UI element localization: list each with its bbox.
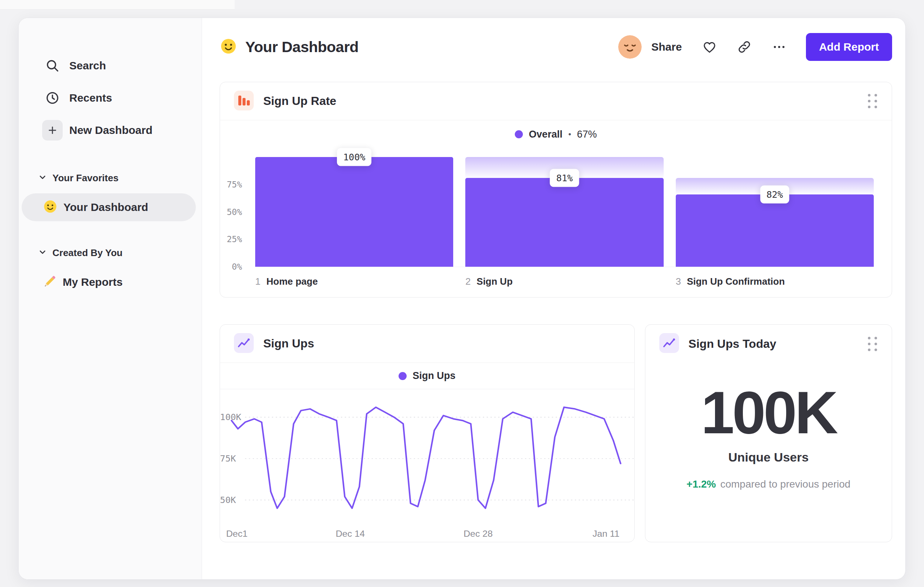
copy-link-icon[interactable] bbox=[737, 40, 752, 54]
step-index: 3 bbox=[676, 276, 681, 287]
funnel-value-chip: 100% bbox=[337, 148, 371, 166]
section-title: Your Favorites bbox=[53, 172, 119, 184]
sidebar-item-your-dashboard[interactable]: Your Dashboard bbox=[21, 193, 196, 221]
step-name: Home page bbox=[266, 276, 318, 287]
plus-icon bbox=[42, 120, 63, 141]
pencil-emoji-icon bbox=[43, 274, 57, 290]
sidebar-item-label: New Dashboard bbox=[69, 124, 153, 136]
signups-line-chart[interactable]: 100K75K50KDec1Dec 14Dec 28Jan 11 bbox=[220, 392, 634, 540]
sidebar-item-new-dashboard[interactable]: New Dashboard bbox=[19, 114, 202, 146]
funnel-bar-fill bbox=[255, 157, 453, 267]
funnel-step-label: 1 Home page bbox=[255, 276, 453, 287]
svg-text:Dec1: Dec1 bbox=[226, 529, 248, 538]
dashboard-header: Your Dashboard Share Add Report bbox=[219, 33, 892, 61]
page-title: Your Dashboard bbox=[245, 38, 359, 56]
kpi-body: 100K Unique Users +1.2% compared to prev… bbox=[645, 363, 892, 490]
card-title: Sign Ups bbox=[263, 337, 314, 351]
funnel-value-chip: 81% bbox=[550, 169, 579, 187]
step-index: 2 bbox=[465, 276, 470, 287]
step-name: Sign Up Confirmation bbox=[687, 276, 785, 287]
svg-text:Jan 11: Jan 11 bbox=[592, 529, 619, 538]
section-title: Created By You bbox=[53, 247, 122, 259]
chevron-down-icon bbox=[38, 173, 46, 183]
step-name: Sign Up bbox=[477, 276, 513, 287]
sidebar-item-label: Your Dashboard bbox=[63, 201, 148, 213]
card-title: Sign Ups Today bbox=[689, 337, 776, 351]
legend-separator: • bbox=[568, 129, 571, 139]
funnel-bar-sign-up[interactable]: 81% bbox=[465, 157, 663, 267]
dashboard-smiley-emoji bbox=[219, 37, 237, 56]
y-axis-tick: 25% bbox=[227, 235, 242, 244]
funnel-step-label: 2 Sign Up bbox=[465, 276, 663, 287]
sidebar-item-search[interactable]: Search bbox=[19, 50, 202, 82]
svg-text:50K: 50K bbox=[220, 495, 236, 505]
user-avatar[interactable] bbox=[618, 35, 642, 59]
y-axis-tick: 0% bbox=[232, 262, 242, 271]
kpi-delta-note: compared to previous period bbox=[720, 478, 850, 490]
funnel-bar-fill bbox=[465, 178, 663, 267]
step-index: 1 bbox=[255, 276, 260, 287]
main-content: Your Dashboard Share Add Report bbox=[202, 18, 905, 579]
more-options-icon[interactable] bbox=[771, 40, 787, 54]
sidebar-item-label: Search bbox=[69, 60, 106, 72]
smiley-emoji-icon bbox=[43, 199, 58, 215]
svg-text:Dec 28: Dec 28 bbox=[464, 529, 493, 538]
y-axis-tick: 75% bbox=[227, 180, 242, 189]
search-icon bbox=[42, 58, 63, 73]
sign-up-rate-card: Sign Up Rate Overall • 67% 75% 50% 25% 0… bbox=[219, 82, 892, 298]
line-chart-icon bbox=[659, 333, 679, 354]
line-chart-icon bbox=[234, 333, 254, 354]
sidebar-section-your-favorites[interactable]: Your Favorites bbox=[19, 167, 202, 189]
funnel-value-chip: 82% bbox=[760, 185, 789, 203]
svg-text:Dec 14: Dec 14 bbox=[335, 529, 365, 538]
drag-handle-icon[interactable] bbox=[868, 94, 878, 108]
sidebar-item-label: My Reports bbox=[63, 276, 122, 288]
sidebar-item-recents[interactable]: Recents bbox=[19, 82, 202, 114]
svg-text:100K: 100K bbox=[220, 412, 242, 422]
desktop-top-strip bbox=[0, 0, 235, 10]
y-axis-tick: 50% bbox=[227, 207, 242, 217]
funnel-chart: 75% 50% 25% 0% 100% 81% 82% bbox=[255, 157, 874, 267]
chevron-down-icon bbox=[38, 248, 46, 258]
funnel-step-label: 3 Sign Up Confirmation bbox=[676, 276, 874, 287]
funnel-step-labels: 1 Home page 2 Sign Up 3 Sign Up Confirma… bbox=[255, 276, 874, 287]
sidebar-item-label: Recents bbox=[69, 92, 112, 104]
legend-dot-icon bbox=[515, 130, 523, 138]
kpi-delta-badge: +1.2% bbox=[686, 478, 716, 490]
svg-text:75K: 75K bbox=[220, 453, 236, 463]
header-actions: Share Add Report bbox=[618, 33, 892, 61]
legend-label: Sign Ups bbox=[412, 370, 455, 382]
sidebar-section-created-by-you[interactable]: Created By You bbox=[19, 242, 202, 264]
kpi-metric-label: Unique Users bbox=[728, 450, 808, 465]
legend-dot-icon bbox=[399, 372, 407, 380]
favorite-heart-icon[interactable] bbox=[702, 40, 717, 54]
funnel-legend: Overall • 67% bbox=[220, 120, 892, 148]
funnel-bar-fill bbox=[676, 194, 874, 267]
sign-ups-card: Sign Ups Sign Ups 100K75K50KDec1Dec 14De… bbox=[219, 324, 635, 542]
funnel-bar-sign-up-confirmation[interactable]: 82% bbox=[676, 157, 874, 267]
legend-value: 67% bbox=[577, 129, 597, 140]
legend-label: Overall bbox=[529, 129, 563, 140]
line-legend: Sign Ups bbox=[220, 363, 634, 389]
funnel-bar-home-page[interactable]: 100% bbox=[255, 157, 453, 267]
share-button[interactable]: Share bbox=[651, 41, 681, 53]
drag-handle-icon[interactable] bbox=[868, 337, 878, 351]
clock-icon bbox=[42, 91, 63, 105]
kpi-value: 100K bbox=[701, 383, 836, 443]
sidebar-item-my-reports[interactable]: My Reports bbox=[21, 268, 196, 296]
sign-ups-today-card: Sign Ups Today 100K Unique Users +1.2% c… bbox=[645, 324, 892, 542]
card-title: Sign Up Rate bbox=[263, 94, 336, 108]
sidebar: Search Recents New Dashboard Your Favori… bbox=[19, 18, 202, 579]
add-report-button[interactable]: Add Report bbox=[806, 33, 892, 61]
funnel-chart-icon bbox=[234, 91, 254, 112]
app-window: Search Recents New Dashboard Your Favori… bbox=[18, 18, 906, 580]
